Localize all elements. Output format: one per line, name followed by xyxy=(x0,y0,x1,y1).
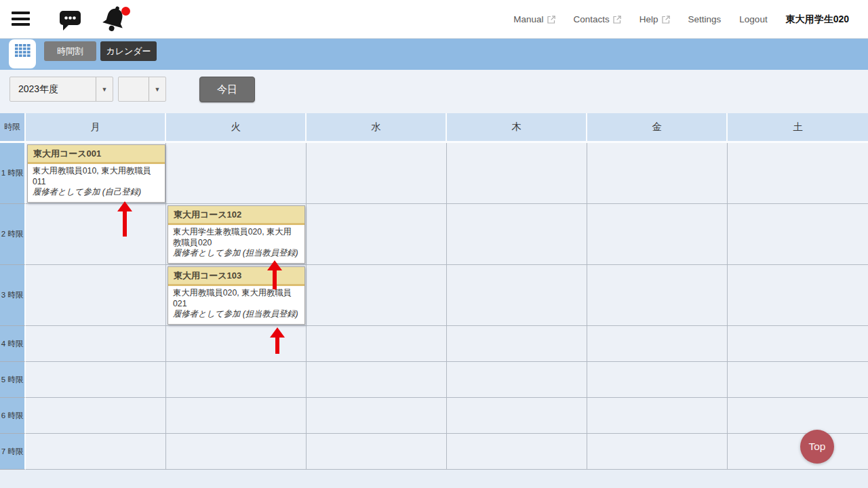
timetable-cell xyxy=(26,434,166,470)
timetable-cell xyxy=(728,398,868,434)
notification-dot xyxy=(121,7,130,16)
timetable-cell xyxy=(587,398,728,434)
annotation-arrow-up xyxy=(117,201,132,237)
period-label-7: 7 時限 xyxy=(0,434,26,470)
manual-link[interactable]: Manual xyxy=(513,14,555,24)
timetable-cell xyxy=(307,143,447,204)
logout-link[interactable]: Logout xyxy=(739,14,767,24)
period-corner-header: 時限 xyxy=(0,113,26,143)
timetable-cell xyxy=(447,434,587,470)
term-select[interactable]: ▼ xyxy=(118,77,166,102)
timetable-cell xyxy=(728,143,868,204)
grid-icon xyxy=(15,44,31,57)
course-members: 東大用学生兼教職員020, 東大用教職員020 xyxy=(173,227,300,248)
timetable-cell xyxy=(728,362,868,398)
period-label-4: 4 時限 xyxy=(0,326,26,362)
course-title: 東大用コース103 xyxy=(168,267,304,286)
day-header-mon: 月 xyxy=(26,113,166,143)
timetable-cell xyxy=(307,398,447,434)
timetable-cell xyxy=(307,265,447,326)
contacts-link[interactable]: Contacts xyxy=(574,14,621,24)
timetable-cell xyxy=(166,143,307,204)
timetable-cell xyxy=(728,265,868,326)
timetable-cell xyxy=(447,398,587,434)
period-label-6: 6 時限 xyxy=(0,398,26,434)
year-select-value: 2023年度 xyxy=(10,77,96,101)
timetable-cell xyxy=(26,362,166,398)
tab-calendar[interactable]: カレンダー xyxy=(100,41,157,61)
course-title: 東大用コース102 xyxy=(168,206,304,225)
course-members: 東大用教職員020, 東大用教職員021 xyxy=(173,288,300,309)
course-entry-tue-3[interactable]: 東大用コース103 東大用教職員020, 東大用教職員021 履修者として参加 … xyxy=(167,266,305,325)
settings-link[interactable]: Settings xyxy=(688,14,722,24)
course-participation: 履修者として参加 (担当教員登録) xyxy=(173,309,300,320)
timetable-cell xyxy=(447,204,587,265)
top-bar: Manual Contacts Help Settings Logout 東大用… xyxy=(0,0,868,39)
top-nav: Manual Contacts Help Settings Logout 東大用… xyxy=(513,0,849,39)
period-label-1: 1 時限 xyxy=(0,143,26,204)
timetable-cell xyxy=(307,434,447,470)
period-label-5: 5 時限 xyxy=(0,362,26,398)
course-details: 東大用学生兼教職員020, 東大用教職員020 履修者として参加 (担当教員登録… xyxy=(168,225,304,259)
external-link-icon xyxy=(662,16,670,24)
timetable-cell xyxy=(587,434,728,470)
year-select[interactable]: 2023年度 ▼ xyxy=(9,77,113,102)
timetable-cell xyxy=(166,326,307,362)
logged-in-username: 東大用学生020 xyxy=(786,14,849,26)
course-participation: 履修者として参加 (担当教員登録) xyxy=(173,248,300,259)
timetable-cell xyxy=(307,204,447,265)
course-details: 東大用教職員020, 東大用教職員021 履修者として参加 (担当教員登録) xyxy=(168,286,304,320)
course-title: 東大用コース001 xyxy=(28,145,165,164)
chevron-down-icon: ▼ xyxy=(149,77,165,101)
annotation-arrow-up xyxy=(270,327,285,354)
course-entry-mon-1[interactable]: 東大用コース001 東大用教職員010, 東大用教職員011 履修者として参加 … xyxy=(27,144,165,203)
timetable-cell xyxy=(307,362,447,398)
calendar-page: Manual Contacts Help Settings Logout 東大用… xyxy=(0,0,868,488)
timetable-cell xyxy=(26,326,166,362)
settings-link-label: Settings xyxy=(688,14,722,24)
timetable-cell xyxy=(587,362,728,398)
timetable-section-icon[interactable] xyxy=(9,39,36,68)
timetable-cell xyxy=(447,326,587,362)
day-header-tue: 火 xyxy=(166,113,307,143)
timetable-cell xyxy=(166,362,307,398)
timetable-cell xyxy=(26,265,166,326)
help-link-label: Help xyxy=(639,14,658,24)
timetable-cell xyxy=(728,326,868,362)
external-link-icon xyxy=(613,16,621,24)
manual-link-label: Manual xyxy=(513,14,543,24)
scroll-to-top-button[interactable]: Top xyxy=(800,430,834,464)
help-link[interactable]: Help xyxy=(639,14,670,24)
timetable-cell xyxy=(587,326,728,362)
timetable-cell xyxy=(587,204,728,265)
chat-messages-icon[interactable] xyxy=(58,8,83,33)
term-select-value xyxy=(119,77,149,101)
timetable-cell xyxy=(728,434,868,470)
logout-link-label: Logout xyxy=(739,14,767,24)
today-button[interactable]: 今日 xyxy=(199,77,255,102)
day-header-thu: 木 xyxy=(447,113,587,143)
timetable-cell xyxy=(307,326,447,362)
annotation-arrow-up xyxy=(267,260,282,289)
timetable-grid: 時限 月 火 水 木 金 土 1 時限 2 時限 3 時限 4 時限 5 時限 … xyxy=(0,113,868,470)
timetable-cell xyxy=(447,143,587,204)
day-header-fri: 金 xyxy=(587,113,728,143)
timetable-cell xyxy=(26,398,166,434)
timetable-cell xyxy=(447,362,587,398)
view-tab-band: 時間割 カレンダー xyxy=(0,39,868,70)
course-entry-tue-2[interactable]: 東大用コース102 東大用学生兼教職員020, 東大用教職員020 履修者として… xyxy=(167,205,305,264)
course-participation: 履修者として参加 (自己登録) xyxy=(33,187,160,198)
timetable-cell xyxy=(447,265,587,326)
period-label-2: 2 時限 xyxy=(0,204,26,265)
hamburger-menu-icon[interactable] xyxy=(12,12,30,26)
timetable-cell xyxy=(587,265,728,326)
external-link-icon xyxy=(547,16,555,24)
calendar-toolbar: 2023年度 ▼ ▼ 今日 2024年03月28日 xyxy=(0,70,868,113)
timetable-cell xyxy=(26,204,166,265)
chevron-down-icon: ▼ xyxy=(96,77,113,101)
tab-timetable[interactable]: 時間割 xyxy=(44,41,96,61)
timetable-cell xyxy=(166,434,307,470)
timetable-cell xyxy=(728,204,868,265)
day-header-sat: 土 xyxy=(728,113,868,143)
notification-bell-icon[interactable] xyxy=(99,4,132,35)
